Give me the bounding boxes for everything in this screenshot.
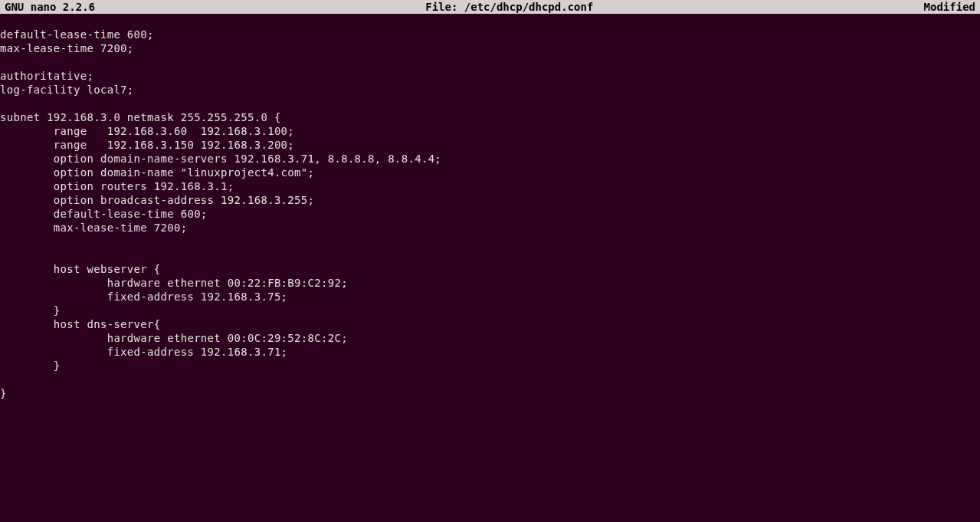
app-name: GNU nano 2.2.6 <box>5 1 95 13</box>
editor-line[interactable]: max-lease-time 7200; <box>0 41 980 55</box>
editor-line[interactable]: host dns-server{ <box>0 317 980 331</box>
nano-title-bar: GNU nano 2.2.6 File: /etc/dhcp/dhcpd.con… <box>0 0 980 14</box>
editor-line[interactable]: option domain-name-servers 192.168.3.71,… <box>0 152 980 166</box>
editor-line[interactable]: log-facility local7; <box>0 83 980 97</box>
editor-line[interactable] <box>0 14 980 28</box>
file-path: File: /etc/dhcp/dhcpd.conf <box>95 1 924 13</box>
editor-line[interactable]: } <box>0 304 980 317</box>
editor-line[interactable]: fixed-address 192.168.3.71; <box>0 345 980 359</box>
editor-content[interactable]: default-lease-time 600;max-lease-time 72… <box>0 14 980 400</box>
editor-line[interactable]: host webserver { <box>0 262 980 276</box>
editor-line[interactable]: fixed-address 192.168.3.75; <box>0 290 980 304</box>
editor-line[interactable]: range 192.168.3.60 192.168.3.100; <box>0 124 980 138</box>
editor-line[interactable]: subnet 192.168.3.0 netmask 255.255.255.0… <box>0 110 980 124</box>
editor-line[interactable]: option domain-name "linuxproject4.com"; <box>0 166 980 179</box>
editor-line[interactable] <box>0 248 980 262</box>
editor-line[interactable]: default-lease-time 600; <box>0 28 980 41</box>
editor-line[interactable]: max-lease-time 7200; <box>0 221 980 235</box>
editor-line[interactable]: option routers 192.168.3.1; <box>0 179 980 193</box>
editor-line[interactable]: option broadcast-address 192.168.3.255; <box>0 193 980 207</box>
editor-line[interactable] <box>0 235 980 248</box>
editor-line[interactable]: authoritative; <box>0 69 980 83</box>
editor-line[interactable]: default-lease-time 600; <box>0 207 980 221</box>
editor-line[interactable]: } <box>0 386 980 400</box>
editor-line[interactable]: hardware ethernet 00:0C:29:52:8C:2C; <box>0 331 980 345</box>
editor-line[interactable] <box>0 55 980 69</box>
editor-line[interactable]: } <box>0 359 980 373</box>
modified-status: Modified <box>924 1 975 13</box>
editor-line[interactable] <box>0 97 980 110</box>
editor-line[interactable]: range 192.168.3.150 192.168.3.200; <box>0 138 980 152</box>
editor-line[interactable]: hardware ethernet 00:22:FB:B9:C2:92; <box>0 276 980 290</box>
editor-line[interactable] <box>0 373 980 386</box>
